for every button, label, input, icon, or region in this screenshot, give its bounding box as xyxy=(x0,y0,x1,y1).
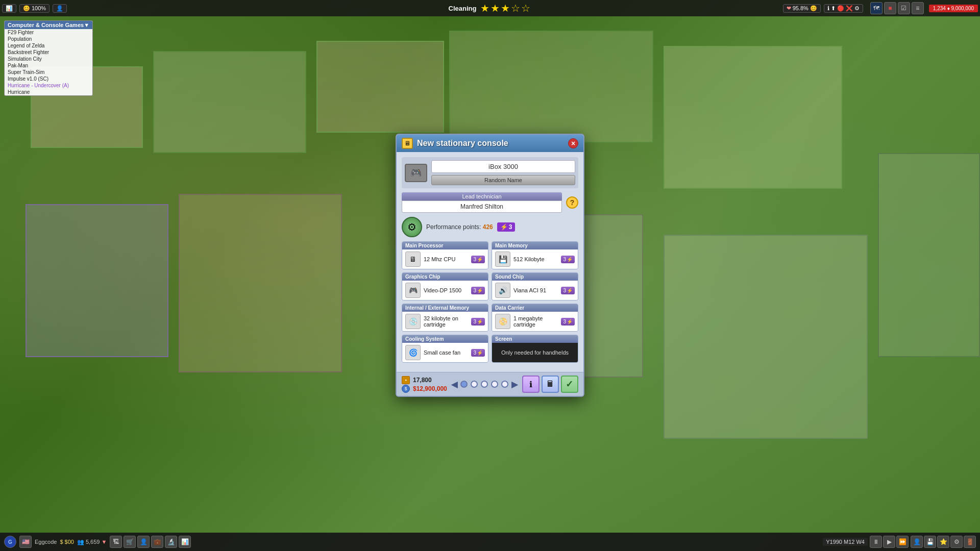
page-dot-4[interactable] xyxy=(491,381,498,388)
technician-section: Lead technician ? xyxy=(402,192,578,213)
dialog-title: New stationary console xyxy=(417,139,564,148)
comp-icon-processor: 🖥 xyxy=(405,252,421,267)
perf-label: Performance points: xyxy=(426,223,481,231)
random-name-button[interactable]: Random Name xyxy=(431,175,575,185)
component-cooling[interactable]: Cooling System 🌀 Small case fan 3⚡ xyxy=(402,335,488,363)
component-screen[interactable]: Screen Only needed for handhelds xyxy=(492,335,578,363)
performance-icon: ⚙ xyxy=(402,217,422,237)
next-page-button[interactable]: ▶ xyxy=(511,380,518,389)
tech-name-input[interactable] xyxy=(402,201,562,213)
perf-value: 426 xyxy=(483,223,493,231)
comp-header-sound: Sound Chip xyxy=(492,273,578,281)
comp-header-data-carrier: Data Carrier xyxy=(492,304,578,312)
comp-name-int-ext-memory: 32 kilobyte on cartridge xyxy=(424,315,468,328)
component-main-memory[interactable]: Main Memory 💾 512 Kilobyte 3⚡ xyxy=(492,241,578,269)
budget-icon: $ xyxy=(402,385,410,393)
tech-left: Lead technician xyxy=(402,192,562,213)
comp-name-graphics: Video-DP 1500 xyxy=(424,287,468,293)
dialog-footer: ▪ 17,800 $ $12,900,000 ◀ ▶ xyxy=(397,372,583,396)
action-buttons: ℹ 🖩 ✓ xyxy=(522,375,578,393)
new-console-dialog: 🖥 New stationary console × 🎮 Random Name… xyxy=(396,134,584,397)
comp-header-graphics: Graphics Chip xyxy=(402,273,488,281)
page-dot-2[interactable] xyxy=(471,381,478,388)
comp-name-memory: 512 Kilobyte xyxy=(513,256,558,262)
comp-body-screen: Only needed for handhelds xyxy=(492,343,578,362)
comp-body-graphics: 🎮 Video-DP 1500 3⚡ xyxy=(402,281,488,300)
console-name-input[interactable] xyxy=(431,160,575,173)
comp-body-cooling: 🌀 Small case fan 3⚡ xyxy=(402,343,488,362)
money-row-budget: $ $12,900,000 xyxy=(402,385,447,393)
console-preview-icon: 🎮 xyxy=(405,164,427,182)
comp-header-int-ext-memory: Internal / External Memory xyxy=(402,304,488,312)
dialog-body: 🎮 Random Name Lead technician ? ⚙ Perfor… xyxy=(397,152,583,372)
calculate-button[interactable]: 🖩 xyxy=(542,375,559,393)
comp-icon-memory: 💾 xyxy=(495,252,510,267)
comp-name-sound: Viana ACI 91 xyxy=(513,287,558,293)
calc-icon: 🖩 xyxy=(546,380,554,389)
screen-note: Only needed for handhelds xyxy=(501,349,569,356)
boost-badge: ⚡ 3 xyxy=(497,222,516,232)
comp-icon-data-carrier: 📀 xyxy=(495,314,510,329)
comp-icon-graphics: 🎮 xyxy=(405,283,421,298)
prev-page-button[interactable]: ◀ xyxy=(451,380,457,389)
comp-body-memory: 💾 512 Kilobyte 3⚡ xyxy=(492,249,578,269)
component-main-processor[interactable]: Main Processor 🖥 12 Mhz CPU 3⚡ xyxy=(402,241,488,269)
page-dot-5[interactable] xyxy=(501,381,508,388)
performance-section: ⚙ Performance points: 426 ⚡ 3 xyxy=(402,217,578,237)
dialog-title-icon: 🖥 xyxy=(402,138,413,149)
comp-header-cooling: Cooling System xyxy=(402,335,488,343)
dialog-overlay: 🖥 New stationary console × 🎮 Random Name… xyxy=(0,0,980,551)
comp-body-data-carrier: 📀 1 megabyte cartridge 3⚡ xyxy=(492,312,578,331)
money-row-cost: ▪ 17,800 xyxy=(402,376,447,384)
comp-rank-int-ext-memory: 3⚡ xyxy=(471,318,485,325)
comp-name-data-carrier: 1 megabyte cartridge xyxy=(513,315,558,328)
comp-rank-sound: 3⚡ xyxy=(561,287,575,294)
comp-icon-cooling: 🌀 xyxy=(405,345,421,360)
boost-value: 3 xyxy=(509,223,512,231)
comp-icon-sound: 🔊 xyxy=(495,283,510,298)
comp-name-processor: 12 Mhz CPU xyxy=(424,256,468,262)
bolt-icon: ⚡ xyxy=(500,223,508,231)
comp-header-memory: Main Memory xyxy=(492,242,578,249)
comp-icon-int-ext-memory: 💿 xyxy=(405,314,421,329)
dialog-close-button[interactable]: × xyxy=(568,138,578,148)
comp-body-processor: 🖥 12 Mhz CPU 3⚡ xyxy=(402,249,488,269)
budget-value: $12,900,000 xyxy=(413,385,447,392)
comp-body-int-ext-memory: 💿 32 kilobyte on cartridge 3⚡ xyxy=(402,312,488,331)
performance-text: Performance points: 426 xyxy=(426,223,493,231)
tech-label: Lead technician xyxy=(402,192,562,201)
info-button[interactable]: ℹ xyxy=(522,375,540,393)
footer-row: ▪ 17,800 $ $12,900,000 ◀ ▶ xyxy=(402,375,578,393)
cost-icon: ▪ xyxy=(402,376,410,384)
comp-rank-processor: 3⚡ xyxy=(471,256,485,263)
cost-value: 17,800 xyxy=(413,377,432,384)
component-data-carrier[interactable]: Data Carrier 📀 1 megabyte cartridge 3⚡ xyxy=(492,304,578,332)
confirm-button[interactable]: ✓ xyxy=(561,375,578,393)
name-inputs: Random Name xyxy=(431,160,575,185)
page-dot-3[interactable] xyxy=(481,381,488,388)
component-int-ext-memory[interactable]: Internal / External Memory 💿 32 kilobyte… xyxy=(402,304,488,332)
comp-rank-data-carrier: 3⚡ xyxy=(561,318,575,325)
page-dot-1[interactable] xyxy=(460,381,468,388)
comp-header-screen: Screen xyxy=(492,335,578,343)
comp-name-cooling: Small case fan xyxy=(424,349,468,356)
component-sound[interactable]: Sound Chip 🔊 Viana ACI 91 3⚡ xyxy=(492,272,578,300)
comp-rank-graphics: 3⚡ xyxy=(471,287,485,294)
comp-rank-cooling: 3⚡ xyxy=(471,349,485,357)
confirm-icon: ✓ xyxy=(566,379,573,390)
comp-body-sound: 🔊 Viana ACI 91 3⚡ xyxy=(492,281,578,300)
page-dots: ◀ ▶ xyxy=(451,380,518,389)
name-section: 🎮 Random Name xyxy=(402,157,578,188)
footer-money: ▪ 17,800 $ $12,900,000 xyxy=(402,376,447,393)
dialog-titlebar: 🖥 New stationary console × xyxy=(397,135,583,152)
components-grid: Main Processor 🖥 12 Mhz CPU 3⚡ Main Memo… xyxy=(402,241,578,363)
comp-rank-memory: 3⚡ xyxy=(561,256,575,263)
help-button[interactable]: ? xyxy=(566,196,578,209)
info-icon: ℹ xyxy=(529,380,532,389)
component-graphics[interactable]: Graphics Chip 🎮 Video-DP 1500 3⚡ xyxy=(402,272,488,300)
comp-header-processor: Main Processor xyxy=(402,242,488,249)
